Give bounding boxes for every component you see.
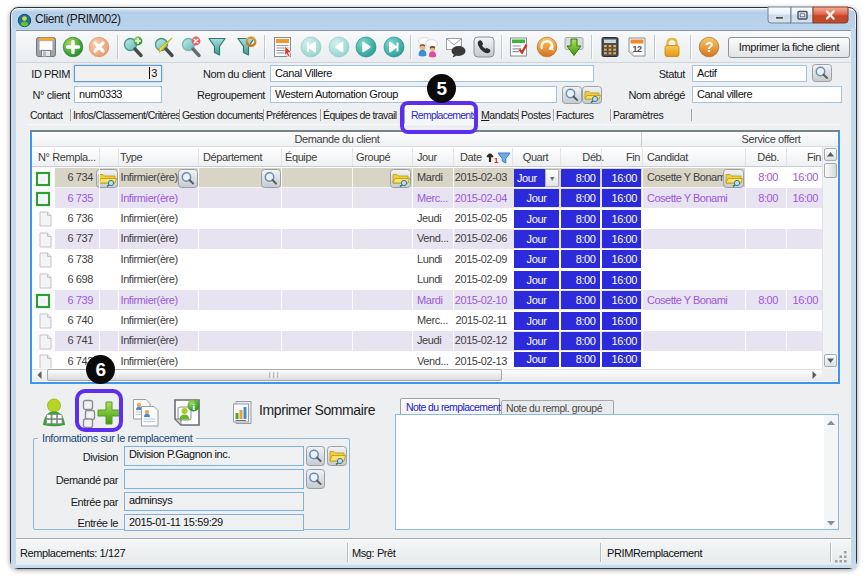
svg-text:12: 12: [632, 44, 642, 54]
svg-text:?: ?: [705, 39, 713, 55]
